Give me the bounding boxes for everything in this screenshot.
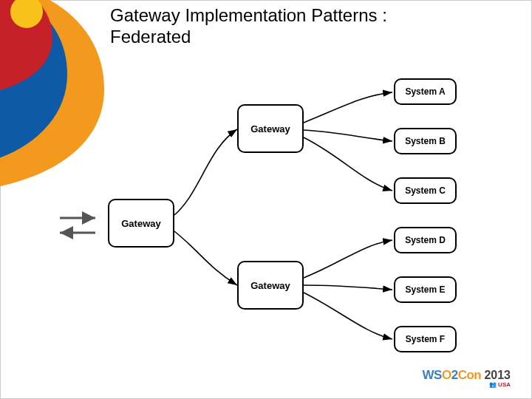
- node-label: System A: [405, 86, 445, 97]
- node-label: Gateway: [121, 218, 160, 229]
- node-label: Gateway: [250, 280, 290, 291]
- node-label: System F: [406, 334, 445, 344]
- node-system-e: System E: [394, 276, 457, 303]
- node-system-a: System A: [394, 78, 457, 105]
- node-system-f: System F: [394, 326, 457, 352]
- architecture-diagram: Gateway Gateway Gateway System A System …: [1, 1, 532, 399]
- logo-part: Con: [458, 368, 482, 382]
- node-label: System B: [405, 136, 446, 146]
- logo-year: 2013: [484, 369, 511, 381]
- node-system-b: System B: [394, 128, 457, 154]
- node-gateway-bottom: Gateway: [237, 261, 304, 310]
- people-icon: 👥: [489, 381, 497, 388]
- logo-part: WS: [423, 368, 442, 382]
- node-label: System D: [405, 235, 446, 245]
- node-system-d: System D: [394, 227, 457, 253]
- node-gateway-top: Gateway: [237, 104, 304, 153]
- node-gateway-main: Gateway: [108, 199, 174, 248]
- node-system-c: System C: [394, 177, 457, 204]
- logo-region: USA: [498, 381, 511, 388]
- bidirectional-arrows-icon: [57, 208, 101, 245]
- footer-conference-logo: WSO2Con 2013 👥 USA: [423, 368, 511, 388]
- node-label: System C: [405, 185, 446, 196]
- node-label: Gateway: [250, 123, 290, 134]
- logo-part: O: [442, 368, 451, 382]
- slide: Gateway Implementation Patterns : Federa…: [0, 0, 532, 399]
- node-label: System E: [405, 284, 445, 295]
- logo-part: 2: [451, 368, 458, 382]
